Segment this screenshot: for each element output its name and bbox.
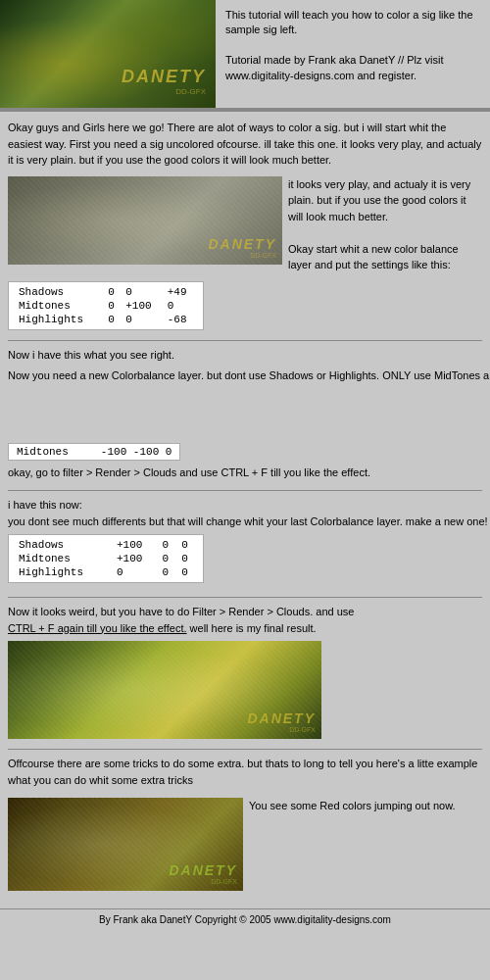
settings2-val-m1: +100 <box>113 552 158 565</box>
step1-instruction: Okay start whit a new color balance laye… <box>288 243 459 271</box>
header-sig-image: DANETY DD-GFX <box>0 0 216 108</box>
settings-label-shadows: Shadows <box>15 285 104 299</box>
step3-text1: i have this now:you dont see much differ… <box>8 497 490 529</box>
step1-right: it looks very play, and actualy it is ve… <box>288 176 482 273</box>
step2-text2: Now you need a new Colorbalance layer. b… <box>8 368 490 384</box>
footer-text: By Frank aka DanetY Copyright © 2005 www… <box>99 914 391 925</box>
settings2-val-m3: 0 <box>177 552 197 565</box>
step1-left: DANETY DD-GFX <box>8 176 282 273</box>
step2-section: Now i have this what you see right. Now … <box>8 347 482 481</box>
settings2-val-h2: 0 <box>159 565 178 579</box>
sig-plain-watermark: DANETY DD-GFX <box>208 236 276 259</box>
sig-yellow-image: DANETY DD-GFX <box>8 641 321 739</box>
settings-val-h1: 0 <box>104 313 122 326</box>
settings-val-s3: +49 <box>164 285 197 299</box>
step2-text3: okay, go to filter > Render > Clouds and… <box>8 465 482 481</box>
step3-layout: i have this now:you dont see much differ… <box>8 497 482 587</box>
settings-label-highlights: Highlights <box>15 313 104 326</box>
step4-section: Now it looks weird, but you have to do F… <box>8 604 482 739</box>
sig-red-brand: DANETY <box>169 862 237 878</box>
settings2-val-h1: 0 <box>113 565 158 579</box>
sig-yellow-watermark: DANETY DD-GFX <box>247 710 316 733</box>
settings-val-m3: 0 <box>164 299 197 313</box>
step2-left: Now i have this what you see right. Now … <box>8 347 490 435</box>
sig-plain-sub: DD-GFX <box>208 252 276 259</box>
settings-val-s2: 0 <box>122 285 163 299</box>
step6-left: DANETY DD-GFX <box>8 798 243 891</box>
step1-text: it looks very play, and actualy it is ve… <box>288 178 470 222</box>
step6-layout: DANETY DD-GFX You see some Red colors ju… <box>8 798 482 891</box>
header-sub: DD-GFX <box>122 87 206 96</box>
midtones-box: Midtones -100 -100 0 <box>8 443 180 461</box>
step5-text: Offcourse there are some tricks to do so… <box>8 756 482 788</box>
sig-plain-brand: DANETY <box>208 236 276 252</box>
settings2-val-s2: 0 <box>159 538 178 552</box>
main-content: Okay guys and Girls here we go! There ar… <box>0 112 490 908</box>
settings-val-h2: 0 <box>122 313 163 326</box>
settings2-label-midtones: Midtones <box>15 552 113 565</box>
settings-val-h3: -68 <box>164 313 197 326</box>
sig-plain-image: DANETY DD-GFX <box>8 176 282 265</box>
section-divider-1 <box>8 340 482 341</box>
section-divider-2 <box>8 490 482 491</box>
step6-text: You see some Red colors jumping out now. <box>249 800 456 811</box>
settings2-val-s3: 0 <box>177 538 197 552</box>
header-brand: DANETY <box>122 67 206 87</box>
step6-right: You see some Red colors jumping out now. <box>249 798 482 891</box>
settings2-label-highlights: Highlights <box>15 565 113 579</box>
intro-section: Okay guys and Girls here we go! There ar… <box>8 120 482 330</box>
settings2-val-s1: +100 <box>113 538 158 552</box>
step5-section: Offcourse there are some tricks to do so… <box>8 756 482 788</box>
settings-row-shadows: Shadows 0 0 +49 <box>15 285 197 299</box>
sig-red-watermark: DANETY DD-GFX <box>169 862 237 885</box>
settings2-row-shadows: Shadows +100 0 0 <box>15 538 197 552</box>
sig-red-sub: DD-GFX <box>169 878 237 885</box>
header-description: This tutorial will teach you how to colo… <box>216 0 490 108</box>
settings-val-s1: 0 <box>104 285 122 299</box>
settings2-val-m2: 0 <box>159 552 178 565</box>
step6-section: DANETY DD-GFX You see some Red colors ju… <box>8 798 482 891</box>
step4-underline: CTRL + F again till you like the effect. <box>8 622 187 634</box>
section-divider-3 <box>8 597 482 598</box>
intro-text: Okay guys and Girls here we go! There ar… <box>8 120 482 169</box>
settings2-row-midtones: Midtones +100 0 0 <box>15 552 197 565</box>
step1-layout: DANETY DD-GFX it looks very play, and ac… <box>8 176 482 273</box>
step3-section: i have this now:you dont see much differ… <box>8 497 482 587</box>
header: DANETY DD-GFX This tutorial will teach y… <box>0 0 490 110</box>
settings-val-m1: 0 <box>104 299 122 313</box>
header-watermark: DANETY DD-GFX <box>122 67 206 96</box>
settings-row-highlights: Highlights 0 0 -68 <box>15 313 197 326</box>
settings-row-midtones: Midtones 0 +100 0 <box>15 299 197 313</box>
sig-yellow-sub: DD-GFX <box>247 726 316 733</box>
step2-text1: Now i have this what you see right. <box>8 347 490 364</box>
midtones-row: Midtones -100 -100 0 <box>8 443 482 461</box>
sig-yellow-brand: DANETY <box>247 710 316 726</box>
step3-left: i have this now:you dont see much differ… <box>8 497 490 587</box>
settings-box-1: Shadows 0 0 +49 Midtones 0 +100 0 Highli… <box>8 281 204 330</box>
section-divider-4 <box>8 749 482 750</box>
settings-box-2: Shadows +100 0 0 Midtones +100 0 0 H <box>8 534 204 583</box>
settings-table-2: Shadows +100 0 0 Midtones +100 0 0 H <box>15 538 197 579</box>
settings2-row-highlights: Highlights 0 0 0 <box>15 565 197 579</box>
midtones-values: -100 -100 0 <box>101 446 172 458</box>
step2-layout: Now i have this what you see right. Now … <box>8 347 482 435</box>
settings-label-midtones: Midtones <box>15 299 104 313</box>
footer: By Frank aka DanetY Copyright © 2005 www… <box>0 908 490 930</box>
midtones-label: Midtones <box>17 446 69 458</box>
step4-text: Now it looks weird, but you have to do F… <box>8 604 482 636</box>
sig-red-image: DANETY DD-GFX <box>8 798 243 891</box>
settings2-label-shadows: Shadows <box>15 538 113 552</box>
settings-val-m2: +100 <box>122 299 163 313</box>
header-description-text: This tutorial will teach you how to colo… <box>225 9 473 81</box>
settings-table-1: Shadows 0 0 +49 Midtones 0 +100 0 Highli… <box>15 285 197 326</box>
settings2-val-h3: 0 <box>177 565 197 579</box>
